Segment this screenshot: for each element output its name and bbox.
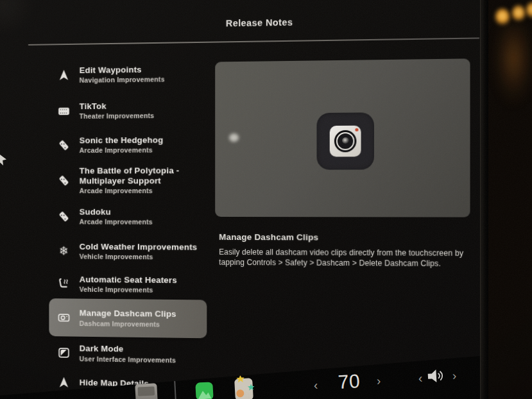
item-subtitle: Dashcam Improvements — [80, 319, 176, 328]
ball-icon — [236, 389, 245, 398]
item-title: Sonic the Hedgehog — [80, 135, 164, 145]
star-icon — [248, 384, 255, 391]
arcade-domino-icon — [56, 173, 71, 187]
dark-mode-icon — [56, 346, 71, 360]
item-title: Edit Waypoints — [80, 64, 165, 75]
photo-background — [488, 0, 532, 399]
dashcam-camera-icon — [56, 310, 71, 325]
temp-increase-chevron[interactable]: › — [377, 375, 381, 387]
taskbar-app-icon[interactable] — [135, 383, 158, 399]
release-note-item[interactable]: Manage Dashcam Clips Dashcam Improvement… — [49, 298, 207, 338]
release-note-item[interactable]: TikTok Theater Improvements — [49, 92, 207, 129]
screen-bezel — [480, 0, 488, 399]
item-title: The Battle of Polytopia - Multiplayer Su… — [80, 166, 203, 186]
item-subtitle: Vehicle Improvements — [80, 285, 177, 294]
item-title: Dark Mode — [80, 344, 176, 355]
detail-heading: Manage Dashcam Clips — [219, 232, 318, 242]
release-notes-list: Edit Waypoints Navigation Improvements T… — [49, 55, 207, 398]
header-divider — [28, 37, 479, 45]
volume-icon[interactable] — [425, 366, 449, 388]
item-title: Cold Weather Improvements — [80, 242, 198, 253]
volume-up-chevron[interactable]: › — [452, 369, 457, 382]
item-subtitle: Arcade Improvements — [80, 146, 164, 154]
background-light-haze — [490, 23, 532, 126]
background-light — [512, 5, 525, 22]
item-subtitle: Vehicle Improvements — [80, 253, 198, 261]
item-subtitle: Arcade Improvements — [80, 187, 203, 194]
background-light — [526, 2, 532, 19]
tesla-touchscreen: Release Notes Edit Waypoints Navigation … — [0, 0, 480, 399]
dashcam-camera-icon — [330, 126, 361, 157]
release-notes-page: Release Notes Edit Waypoints Navigation … — [6, 0, 480, 399]
photo-frame: Release Notes Edit Waypoints Navigation … — [0, 0, 532, 399]
navigation-arrow-icon — [56, 375, 71, 389]
theater-marquee-icon — [56, 104, 71, 118]
release-note-item[interactable]: Automatic Seat Heaters Vehicle Improveme… — [49, 269, 207, 300]
page-title: Release Notes — [46, 14, 480, 31]
dashcam-app-tile — [316, 112, 373, 169]
launcher-divider — [174, 380, 176, 399]
arcade-domino-icon — [56, 138, 71, 152]
release-note-item[interactable]: Dark Mode User Interface Improvements — [49, 336, 207, 371]
cabin-temperature[interactable]: 70 — [328, 369, 370, 393]
arcade-domino-icon — [56, 209, 71, 223]
navigation-arrow-icon — [56, 68, 71, 82]
item-subtitle: Theater Improvements — [80, 112, 155, 121]
item-subtitle: Navigation Improvements — [80, 76, 165, 84]
temp-decrease-chevron[interactable]: ‹ — [314, 379, 318, 391]
taskbar-app-icon-green[interactable] — [195, 382, 213, 399]
seat-heater-icon — [56, 276, 71, 291]
item-title: TikTok — [80, 101, 155, 112]
screen-reflection-glint — [229, 133, 239, 142]
detail-preview-image — [215, 58, 470, 217]
item-title: Manage Dashcam Clips — [80, 308, 176, 319]
release-note-item[interactable]: Sudoku Arcade Improvements — [49, 200, 207, 233]
release-note-item[interactable]: Sonic the Hedgehog Arcade Improvements — [49, 128, 207, 161]
toybox-app-icon[interactable] — [234, 378, 253, 399]
item-title: Sudoku — [80, 207, 153, 217]
release-note-item[interactable]: ❄ Cold Weather Improvements Vehicle Impr… — [49, 233, 207, 270]
volume-down-chevron[interactable]: ‹ — [418, 372, 423, 384]
item-subtitle: User Interface Improvements — [80, 355, 176, 364]
item-subtitle: Arcade Improvements — [80, 218, 153, 226]
detail-description: Easily delete all dashcam video clips di… — [219, 247, 480, 269]
record-dot-icon — [355, 128, 358, 132]
camera-lens-icon — [334, 130, 357, 153]
release-note-item[interactable]: The Battle of Polytopia - Multiplayer Su… — [49, 160, 207, 200]
snowflake-icon: ❄ — [56, 245, 71, 257]
item-title: Automatic Seat Heaters — [80, 275, 177, 285]
release-note-item[interactable]: Edit Waypoints Navigation Improvements — [49, 55, 207, 93]
